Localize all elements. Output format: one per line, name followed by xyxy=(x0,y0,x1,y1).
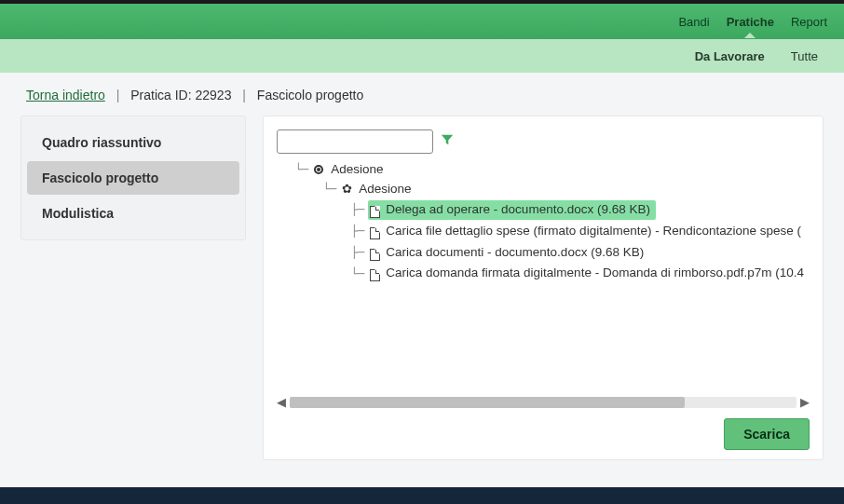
tree-node-root[interactable]: └─ Adesione xyxy=(295,161,810,179)
scroll-left-icon[interactable]: ◀ xyxy=(277,395,286,409)
tree-file-row[interactable]: ├─ Delega ad operare - documento.docx (9… xyxy=(351,200,810,220)
breadcrumb-back-link[interactable]: Torna indietro xyxy=(26,88,105,102)
breadcrumb-practice-id: Pratica ID: 22923 xyxy=(130,88,231,102)
nav-pratiche[interactable]: Pratiche xyxy=(727,15,774,29)
tree-file-row[interactable]: ├─ Carica documenti - documento.docx (9.… xyxy=(351,243,810,263)
tree-file-row[interactable]: ├─ Carica file dettaglio spese (firmato … xyxy=(351,222,810,241)
top-nav: Bandi Pratiche Report xyxy=(0,4,844,39)
tree-connector: └─ xyxy=(295,162,308,178)
file-icon xyxy=(370,269,380,281)
tree-connector: ├─ xyxy=(351,202,364,218)
file-icon xyxy=(370,206,380,218)
tree-connector: ├─ xyxy=(351,224,364,239)
subnav-tutte[interactable]: Tutte xyxy=(791,49,818,63)
sidebar: Quadro riassuntivo Fascicolo progetto Mo… xyxy=(20,116,246,240)
breadcrumb: Torna indietro | Pratica ID: 22923 | Fas… xyxy=(0,73,844,116)
nav-report[interactable]: Report xyxy=(791,15,827,29)
file-icon xyxy=(370,249,380,261)
footer-strip xyxy=(0,487,844,504)
sidebar-item-modulistica[interactable]: Modulistica xyxy=(21,195,245,232)
tree-node-group[interactable]: └─ ✿ Adesione xyxy=(323,181,810,198)
tree-file-label: Delega ad operare - documento.docx (9.68… xyxy=(386,201,650,219)
tree-node-label: Adesione xyxy=(359,181,411,198)
download-button[interactable]: Scarica xyxy=(724,418,810,450)
tree-file-label: Carica domanda firmata digitalmente - Do… xyxy=(386,265,804,282)
scroll-thumb[interactable] xyxy=(290,397,685,408)
main-panel: └─ Adesione └─ ✿ Adesione ├─ Delega ad o… xyxy=(263,116,824,460)
radio-icon xyxy=(312,161,325,179)
file-tree: └─ Adesione └─ ✿ Adesione ├─ Delega ad o… xyxy=(282,161,810,283)
breadcrumb-section: Fascicolo progetto xyxy=(257,88,363,102)
tree-node-label: Adesione xyxy=(331,161,383,179)
breadcrumb-sep: | xyxy=(242,88,246,102)
gear-icon: ✿ xyxy=(340,181,353,198)
tree-connector: └─ xyxy=(351,266,364,282)
filter-icon[interactable] xyxy=(441,133,454,150)
horizontal-scrollbar[interactable]: ◀ ▶ xyxy=(277,395,810,409)
sidebar-item-fascicolo[interactable]: Fascicolo progetto xyxy=(27,161,239,195)
tree-file-label: Carica documenti - documento.docx (9.68 … xyxy=(386,244,644,262)
scroll-track[interactable] xyxy=(290,397,796,408)
file-icon xyxy=(370,227,380,239)
sub-nav: Da Lavorare Tutte xyxy=(0,39,844,73)
tree-connector: └─ xyxy=(323,182,336,198)
tree-file-label: Carica file dettaglio spese (firmato dig… xyxy=(386,223,801,240)
sidebar-item-quadro[interactable]: Quadro riassuntivo xyxy=(21,124,245,161)
scroll-right-icon[interactable]: ▶ xyxy=(800,395,810,409)
breadcrumb-sep: | xyxy=(116,88,120,102)
subnav-da-lavorare[interactable]: Da Lavorare xyxy=(695,49,765,63)
nav-bandi[interactable]: Bandi xyxy=(678,15,709,29)
tree-filter-input[interactable] xyxy=(277,129,433,154)
tree-connector: ├─ xyxy=(351,245,364,261)
tree-file-row[interactable]: └─ Carica domanda firmata digitalmente -… xyxy=(351,264,810,283)
